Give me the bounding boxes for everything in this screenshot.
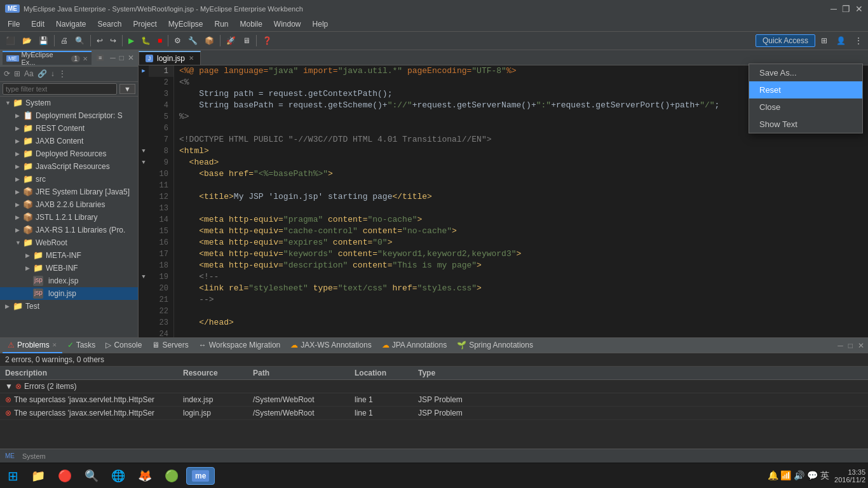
toolbar-debug-btn[interactable]: 🐛 [138,34,154,48]
menu-window[interactable]: Window [269,18,306,30]
maximize-button[interactable]: ❐ [842,4,850,14]
bottom-tab-servers[interactable]: 🖥 Servers [147,338,193,353]
toolbar-more-btn[interactable]: ⋮ [851,34,865,48]
tree-item-jstl[interactable]: ▶ 📦 JSTL 1.2.1 Library [0,211,138,224]
sidebar-tab-close[interactable]: ✕ [83,55,88,62]
toolbar-print-btn[interactable]: 🖨 [57,34,71,48]
taskbar-myeclipse-btn[interactable]: me [186,467,215,485]
bottom-tab-jaxws[interactable]: ☁ JAX-WS Annotations [285,338,376,353]
toolbar-save-btn[interactable]: 💾 [36,34,51,48]
tree-arrow-system: ▼ [5,100,13,106]
qa-item-reset[interactable]: Reset [749,81,862,98]
bottom-tab-console[interactable]: ▷ Console [100,338,147,353]
toolbar-perspective-btn[interactable]: ⊞ [818,34,831,48]
minimize-button[interactable]: ─ [831,4,837,14]
tree-item-test[interactable]: ▶ 📁 Test [0,300,138,313]
toolbar-run-btn[interactable]: ▶ [125,34,137,48]
tree-item-jaxb-content[interactable]: ▶ 📁 JAXB Content [0,135,138,147]
toolbar-help-btn[interactable]: ❓ [259,34,275,48]
tab-close-login[interactable]: ✕ [189,55,194,62]
sidebar-filter-input[interactable] [3,83,117,95]
toolbar-redo-btn[interactable]: ↪ [107,34,119,48]
tree-item-jre[interactable]: ▶ 📦 JRE System Library [Java5] [0,186,138,198]
bottom-maximize-btn[interactable]: □ [847,340,854,351]
tree-item-deployed-resources[interactable]: ▶ 📁 Deployed Resources [0,147,138,160]
sidebar-toolbar-btn5[interactable]: ↓ [50,68,56,79]
bottom-tab-tasks[interactable]: ✓ Tasks [62,338,101,353]
qa-item-show-text[interactable]: Show Text [749,116,862,133]
bottom-tab-spring[interactable]: 🌱 Spring Annotations [452,338,538,353]
qa-item-close[interactable]: Close [749,98,862,116]
toolbar-new-btn[interactable]: ⬛ [3,34,18,48]
tree-item-jaxrs[interactable]: ▶ 📦 JAX-RS 1.1 Libraries (Pro. [0,224,138,236]
sidebar-toolbar-btn6[interactable]: ⋮ [57,68,67,79]
problems-row-1[interactable]: ⊗ The superclass 'javax.servlet.http.Htt… [0,393,868,407]
taskbar-search-btn[interactable]: 🔍 [79,466,104,485]
sidebar-tab-2-icon: ≡ [97,55,104,61]
toolbar-search-btn[interactable]: 🔍 [72,34,88,48]
tree-item-login-jsp[interactable]: jsp login.jsp [0,287,138,300]
line-num-9: 9 [149,157,174,168]
taskbar-chrome-btn[interactable]: 🌐 [106,466,130,485]
sidebar-minimize-btn[interactable]: ─ [109,52,117,64]
tree-item-js-resources[interactable]: ▶ 📁 JavaScript Resources [0,160,138,173]
toolbar-deploy-btn[interactable]: 🚀 [223,34,239,48]
sidebar-toolbar-btn4[interactable]: 🔗 [36,68,48,79]
menu-help[interactable]: Help [308,18,334,30]
menu-file[interactable]: File [3,18,25,30]
problems-row-2[interactable]: ⊗ The superclass 'javax.servlet.http.Htt… [0,407,868,420]
qa-item-save-as[interactable]: Save As... [749,64,862,81]
editor-tab-login-jsp[interactable]: J login.jsp ✕ [139,51,201,65]
problems-tab-close[interactable]: ✕ [52,342,57,348]
bottom-close-btn[interactable]: ✕ [857,340,865,351]
menu-edit[interactable]: Edit [26,18,50,30]
bottom-tab-problems[interactable]: ⚠ Problems ✕ [3,338,62,353]
menu-navigate[interactable]: Navigate [51,18,91,30]
taskbar-app3-btn[interactable]: 🟢 [159,466,184,485]
menu-search[interactable]: Search [92,18,126,30]
tree-item-web-inf[interactable]: ▶ 📁 WEB-INF [0,262,138,274]
tree-item-system[interactable]: ▼ 📁 System [0,97,138,109]
problems-label: Problems [17,341,50,349]
sidebar-tab-2[interactable]: ≡ [93,51,107,65]
menu-myeclipse[interactable]: MyEclipse [163,18,208,30]
sidebar-close-btn[interactable]: ✕ [126,52,135,64]
taskbar-app1-btn[interactable]: 🔴 [53,466,77,485]
bottom-tab-workspace[interactable]: ↔ Workspace Migration [194,338,286,353]
tree-item-index-jsp[interactable]: jsp index.jsp [0,274,138,287]
line-content-9: <head> [174,157,219,168]
tree-item-meta-inf[interactable]: ▶ 📁 META-INF [0,249,138,262]
bottom-minimize-btn[interactable]: ─ [836,340,844,351]
close-button[interactable]: ✕ [855,4,863,14]
menu-run[interactable]: Run [209,18,233,30]
group-arrow: ▼ [5,382,13,391]
toolbar-undo-btn[interactable]: ↩ [93,34,106,48]
col-path: Path [253,369,355,377]
sidebar-toolbar-btn1[interactable]: ⟳ [3,68,11,79]
sidebar-toolbar-btn2[interactable]: ⊞ [13,68,22,79]
menu-project[interactable]: Project [128,18,161,30]
sidebar-filter-dropdown[interactable]: ▼ [119,84,135,94]
toolbar-misc2-btn[interactable]: 🔧 [185,34,201,48]
sidebar-toolbar-btn3[interactable]: Aa [23,68,35,79]
toolbar-open-btn[interactable]: 📂 [19,34,35,48]
quick-access-button[interactable]: Quick Access [756,34,815,47]
menu-mobile[interactable]: Mobile [235,18,268,30]
toolbar-server-btn[interactable]: 🖥 [240,34,254,48]
toolbar-misc3-btn[interactable]: 📦 [201,34,217,48]
tree-item-jaxb-lib[interactable]: ▶ 📦 JAXB 2.2.6 Libraries [0,198,138,211]
bottom-tab-jpa[interactable]: ☁ JPA Annotations [377,338,452,353]
tree-item-webroot[interactable]: ▼ 📁 WebRoot [0,236,138,249]
start-button[interactable]: ⊞ [3,466,24,486]
sidebar-tab-explorer[interactable]: ME MyEclipse Ex... 1 ✕ [3,51,92,65]
toolbar-stop-btn[interactable]: ■ [154,34,165,48]
problems-group-errors[interactable]: ▼ ⊗ Errors (2 items) [0,380,868,393]
toolbar-misc1-btn[interactable]: ⚙ [171,34,184,48]
tree-item-deploy-desc[interactable]: ▶ 📋 Deployment Descriptor: S [0,109,138,122]
taskbar-explorer-btn[interactable]: 📁 [26,466,50,485]
sidebar-maximize-btn[interactable]: □ [118,52,125,64]
tree-item-rest[interactable]: ▶ 📁 REST Content [0,122,138,135]
tree-item-src[interactable]: ▶ 📁 src [0,173,138,186]
taskbar-firefox-btn[interactable]: 🦊 [133,466,157,485]
toolbar-account-btn[interactable]: 👤 [833,34,849,48]
